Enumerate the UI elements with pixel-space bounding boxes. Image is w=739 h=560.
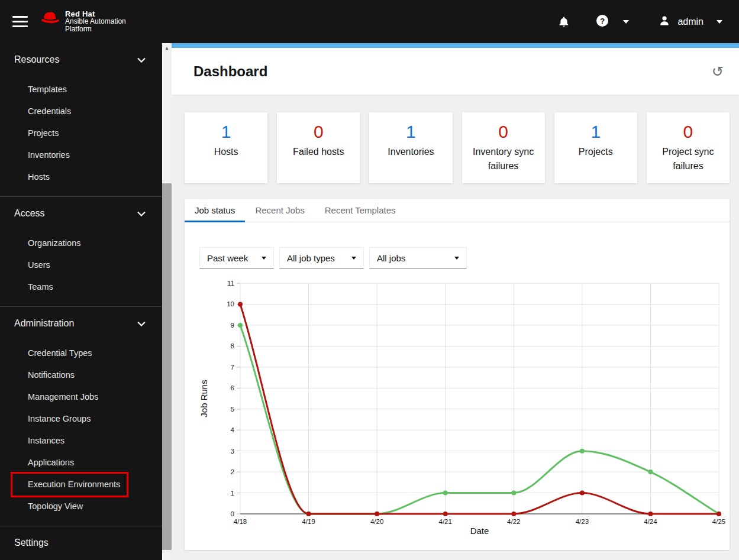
stat-value-hosts[interactable]: 1 [185, 122, 267, 142]
svg-text:9: 9 [231, 322, 234, 329]
sidebar-item-instance-groups[interactable]: Instance Groups [0, 408, 162, 430]
hamburger-menu-icon[interactable] [12, 16, 28, 27]
brand-text: Red Hat Ansible Automation Platform [65, 10, 126, 33]
stat-value-inventories[interactable]: 1 [369, 122, 452, 142]
sidebar-section-label: Settings [14, 538, 49, 548]
username-label: admin [677, 17, 703, 27]
stat-label: Project sync failures [647, 145, 730, 173]
sidebar-item-execution-environments[interactable]: Execution Environments [11, 472, 128, 497]
sidebar-scrollbar[interactable]: ▲ [162, 43, 172, 560]
stat-card-hosts: 1Hosts [185, 112, 267, 183]
sidebar-items: OrganizationsUsersTeams [0, 226, 162, 306]
svg-text:4/20: 4/20 [370, 518, 383, 525]
help-question-icon: ? [596, 14, 609, 30]
navbar-actions: ? admin [558, 14, 739, 30]
caret-down-icon [262, 257, 266, 260]
scrollbar-up-arrow-icon[interactable]: ▲ [162, 43, 172, 53]
svg-text:4/24: 4/24 [644, 518, 657, 525]
sidebar-section-label: Resources [14, 54, 59, 65]
filter-select-past-week[interactable]: Past week [199, 247, 274, 268]
sidebar-item-credentials[interactable]: Credentials [0, 101, 162, 122]
stat-value-inventory-sync-failures[interactable]: 0 [462, 122, 545, 142]
y-axis: 01234567891011 [227, 280, 240, 517]
sidebar-item-projects[interactable]: Projects [0, 122, 162, 144]
svg-text:4/22: 4/22 [507, 518, 520, 525]
select-value: All job types [287, 253, 335, 263]
sidebar-item-notifications[interactable]: Notifications [0, 364, 162, 386]
sidebar-section-header-resources[interactable]: Resources [0, 47, 162, 73]
chart-area: 012345678910114/184/194/204/214/224/234/… [185, 274, 730, 540]
series-dots-successful [238, 323, 721, 516]
sidebar-nav: ResourcesTemplatesCredentialsProjectsInv… [0, 43, 162, 560]
scrollbar-thumb[interactable] [162, 183, 172, 550]
filter-select-all-job-types[interactable]: All job types [279, 247, 364, 268]
tab-recent-jobs[interactable]: Recent Jobs [245, 199, 314, 222]
sidebar-item-organizations[interactable]: Organizations [0, 232, 162, 254]
stat-card-projects: 1Projects [554, 112, 637, 183]
chevron-down-icon [137, 208, 146, 219]
sidebar-section-settings: Settings [0, 526, 162, 556]
notifications-bell-icon[interactable] [558, 16, 570, 28]
svg-text:5: 5 [231, 406, 234, 413]
sidebar-item-applications[interactable]: Applications [0, 452, 162, 474]
stat-card-project-sync-failures: 0Project sync failures [647, 112, 730, 183]
app-window: Red Hat Ansible Automation Platform ? [0, 0, 739, 560]
svg-text:6: 6 [231, 384, 234, 391]
sidebar-section-header-access[interactable]: Access [0, 200, 162, 226]
sidebar-item-templates[interactable]: Templates [0, 79, 162, 101]
svg-text:7: 7 [231, 364, 234, 371]
stat-label: Inventory sync failures [462, 145, 545, 173]
svg-text:0: 0 [231, 510, 234, 517]
page-title: Dashboard [193, 63, 267, 80]
filter-select-all-jobs[interactable]: All jobs [369, 247, 467, 268]
stat-value-project-sync-failures[interactable]: 0 [647, 122, 730, 142]
accent-bar [172, 43, 739, 48]
sidebar-section-access: AccessOrganizationsUsersTeams [0, 197, 162, 307]
svg-text:2: 2 [231, 468, 234, 475]
tabs-bar: Job statusRecent JobsRecent Templates [185, 199, 730, 222]
sidebar-section-resources: ResourcesTemplatesCredentialsProjectsInv… [0, 43, 162, 197]
x-axis-title: Date [470, 526, 489, 536]
series-line-successful [240, 325, 719, 514]
history-icon[interactable]: ↺ [712, 64, 724, 79]
sidebar-item-credential-types[interactable]: Credential Types [0, 342, 162, 364]
sidebar-items: TemplatesCredentialsProjectsInventoriesH… [0, 73, 162, 196]
sidebar-section-label: Administration [14, 318, 74, 329]
tab-recent-templates[interactable]: Recent Templates [315, 199, 406, 222]
main-content: Dashboard ↺ 1Hosts0Failed hosts1Inventor… [172, 43, 739, 560]
sidebar-item-teams[interactable]: Teams [0, 276, 162, 298]
sidebar-items: Credential TypesNotificationsManagement … [0, 336, 162, 526]
tab-job-status[interactable]: Job status [185, 199, 245, 222]
sidebar-item-inventories[interactable]: Inventories [0, 144, 162, 166]
sidebar-item-hosts[interactable]: Hosts [0, 166, 162, 188]
help-menu[interactable]: ? [596, 14, 629, 30]
svg-text:8: 8 [231, 342, 234, 349]
sidebar-item-instances[interactable]: Instances [0, 430, 162, 452]
sidebar-item-topology-view[interactable]: Topology View [0, 496, 162, 517]
sidebar-section-header-settings[interactable]: Settings [0, 530, 162, 556]
job-runs-line-chart: 012345678910114/184/194/204/214/224/234/… [185, 274, 730, 538]
svg-text:11: 11 [227, 280, 234, 287]
stat-card-inventories: 1Inventories [369, 112, 452, 183]
y-axis-title: Job Runs [199, 380, 209, 417]
brand-line3: Platform [65, 25, 126, 33]
user-menu[interactable]: admin [659, 15, 722, 29]
sidebar-section-label: Access [14, 208, 45, 219]
sidebar-item-management-jobs[interactable]: Management Jobs [0, 386, 162, 408]
stat-card-inventory-sync-failures: 0Inventory sync failures [462, 112, 545, 183]
svg-text:4/25: 4/25 [712, 518, 725, 525]
stat-value-projects[interactable]: 1 [554, 122, 637, 142]
caret-down-icon [454, 257, 459, 260]
caret-down-icon [351, 257, 356, 260]
chevron-down-icon [137, 54, 146, 65]
user-icon [659, 15, 670, 29]
chevron-down-icon [137, 318, 146, 329]
svg-text:1: 1 [231, 490, 234, 497]
svg-text:4/23: 4/23 [576, 518, 589, 525]
stat-value-failed-hosts[interactable]: 0 [277, 122, 360, 142]
sidebar-item-users[interactable]: Users [0, 254, 162, 276]
brand-logo: Red Hat Ansible Automation Platform [40, 10, 126, 33]
sidebar-section-header-administration[interactable]: Administration [0, 310, 162, 336]
select-value: All jobs [377, 253, 405, 263]
svg-text:4/18: 4/18 [234, 518, 247, 525]
